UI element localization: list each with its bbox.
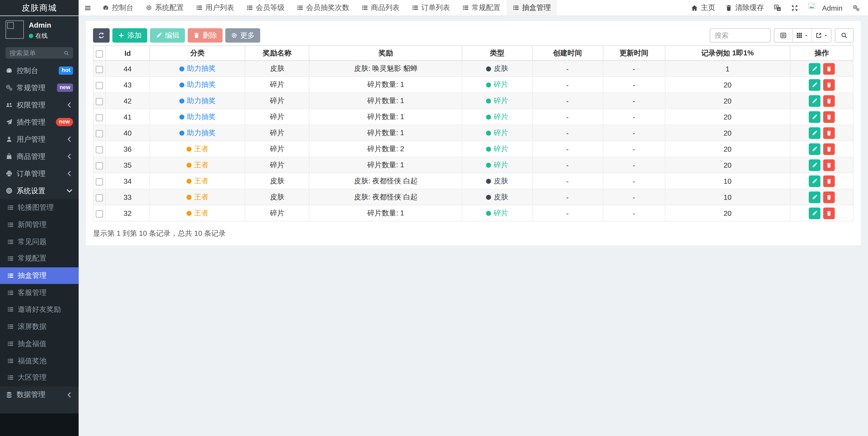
- row-edit-button[interactable]: [809, 111, 820, 123]
- cell-category[interactable]: 王者: [150, 141, 245, 157]
- topbar-tab-8[interactable]: 抽盒管理: [506, 0, 557, 15]
- row-edit-button[interactable]: [809, 159, 820, 170]
- edit-button[interactable]: 编辑: [150, 28, 185, 43]
- sidebar-item-3[interactable]: 插件管理new: [0, 114, 79, 131]
- row-checkbox[interactable]: [96, 194, 103, 201]
- row-delete-button[interactable]: [823, 95, 835, 106]
- sidebar-subitem-7-10[interactable]: 大区管理: [0, 369, 79, 386]
- sidebar-toggle-button[interactable]: [79, 0, 96, 15]
- row-edit-button[interactable]: [809, 63, 820, 74]
- topbar-tab-1[interactable]: 系统配置: [140, 0, 190, 15]
- topbar-right: 主页清除缓存Admin: [686, 0, 868, 15]
- row-delete-button[interactable]: [823, 191, 835, 203]
- select-all-checkbox[interactable]: [96, 50, 103, 57]
- sidebar-item-5[interactable]: 商品管理: [0, 148, 79, 165]
- sidebar-subitem-7-7[interactable]: 滚屏数据: [0, 318, 79, 335]
- cell-category[interactable]: 助力抽奖: [150, 76, 245, 93]
- sidebar-subitem-7-8[interactable]: 抽盒福值: [0, 335, 79, 352]
- cell-category[interactable]: 助力抽奖: [150, 93, 245, 109]
- row-edit-button[interactable]: [809, 207, 820, 219]
- row-delete-button[interactable]: [823, 207, 835, 219]
- topbar-tab-4[interactable]: 会员抽奖次数: [291, 0, 355, 15]
- row-checkbox[interactable]: [96, 146, 103, 153]
- detail-view-button[interactable]: [774, 29, 793, 42]
- sidebar-subitem-7-3[interactable]: 常规配置: [0, 250, 79, 267]
- app-logo[interactable]: 皮肤商城: [0, 0, 79, 15]
- sidebar-item-7[interactable]: 系统设置: [0, 182, 79, 199]
- row-delete-button[interactable]: [823, 79, 835, 90]
- table-row: 36王者碎片碎片数量: 2碎片--20: [93, 141, 853, 157]
- row-checkbox[interactable]: [96, 66, 103, 73]
- sidebar-subitem-7-1[interactable]: 新闻管理: [0, 216, 79, 233]
- sidebar-subitem-7-0[interactable]: 轮播图管理: [0, 199, 79, 216]
- row-delete-button[interactable]: [823, 159, 835, 170]
- cell-category[interactable]: 王者: [150, 189, 245, 205]
- sidebar-item-6[interactable]: 订单管理: [0, 165, 79, 182]
- chevron-left-icon: [66, 153, 73, 160]
- topbar-tab-3[interactable]: 会员等级: [240, 0, 291, 15]
- search-button[interactable]: [835, 28, 854, 43]
- topbar-settings[interactable]: [847, 0, 865, 15]
- row-edit-button[interactable]: [809, 191, 820, 203]
- sidebar-item-label: 控制台: [17, 66, 55, 75]
- more-button[interactable]: 更多: [225, 28, 260, 43]
- row-delete-button[interactable]: [823, 111, 835, 123]
- topbar-clear-cache[interactable]: 清除缓存: [720, 0, 769, 15]
- cell-reward: 碎片数量: 1: [309, 109, 462, 125]
- topbar-tab-6[interactable]: 订单列表: [406, 0, 456, 15]
- row-checkbox[interactable]: [96, 178, 103, 185]
- topbar-tab-2[interactable]: 用户列表: [190, 0, 240, 15]
- sidebar-subitem-7-6[interactable]: 邀请好友奖励: [0, 301, 79, 318]
- row-delete-button[interactable]: [823, 127, 835, 138]
- delete-button[interactable]: 删除: [188, 28, 222, 43]
- topbar-tab-5[interactable]: 商品列表: [355, 0, 406, 15]
- refresh-button[interactable]: [93, 28, 110, 43]
- row-checkbox[interactable]: [96, 210, 103, 217]
- cell-type: 碎片: [462, 141, 532, 157]
- row-checkbox[interactable]: [96, 162, 103, 169]
- row-checkbox[interactable]: [96, 130, 103, 137]
- column-header: 记录例如 1即1%: [665, 46, 790, 61]
- sidebar-subitem-label: 滚屏数据: [18, 322, 46, 332]
- menu-search-input[interactable]: [9, 49, 64, 57]
- sidebar-item-8[interactable]: 数据管理: [0, 386, 79, 403]
- sidebar-item-2[interactable]: 权限管理: [0, 96, 79, 114]
- row-delete-button[interactable]: [823, 63, 835, 74]
- row-edit-button[interactable]: [809, 95, 820, 106]
- row-delete-button[interactable]: [823, 175, 835, 187]
- topbar-fullscreen[interactable]: [786, 0, 803, 15]
- row-edit-button[interactable]: [809, 175, 820, 187]
- sidebar-subitem-7-9[interactable]: 福值奖池: [0, 352, 79, 369]
- cell-category[interactable]: 助力抽奖: [150, 109, 245, 125]
- export-button[interactable]: [812, 29, 831, 42]
- topbar-user[interactable]: Admin: [803, 0, 848, 15]
- sidebar-subitem-7-4[interactable]: 抽盒管理: [0, 267, 79, 284]
- row-checkbox[interactable]: [96, 98, 103, 105]
- topbar-tab-7[interactable]: 常规配置: [456, 0, 506, 15]
- sidebar-subitem-7-2[interactable]: 常见问题: [0, 233, 79, 250]
- columns-button[interactable]: [793, 29, 812, 42]
- cell-category[interactable]: 王者: [150, 205, 245, 221]
- cell-created: -: [532, 157, 603, 173]
- row-edit-button[interactable]: [809, 79, 820, 90]
- sidebar-item-1[interactable]: 常规管理new: [0, 79, 79, 96]
- cell-category[interactable]: 助力抽奖: [150, 125, 245, 141]
- row-checkbox[interactable]: [96, 82, 103, 89]
- cell-category[interactable]: 王者: [150, 157, 245, 173]
- row-edit-button[interactable]: [809, 127, 820, 138]
- cell-actions: [790, 205, 854, 221]
- row-edit-button[interactable]: [809, 143, 820, 155]
- trash-icon: [826, 82, 832, 88]
- topbar-language[interactable]: [769, 0, 786, 15]
- topbar-home[interactable]: 主页: [686, 0, 720, 15]
- sidebar-item-0[interactable]: 控制台hot: [0, 62, 79, 79]
- sidebar-item-4[interactable]: 用户管理: [0, 131, 79, 148]
- sidebar-subitem-7-5[interactable]: 客服管理: [0, 284, 79, 301]
- row-checkbox[interactable]: [96, 114, 103, 121]
- table-search-input[interactable]: [710, 28, 771, 43]
- cell-category[interactable]: 王者: [150, 173, 245, 189]
- row-delete-button[interactable]: [823, 143, 835, 155]
- add-button[interactable]: 添加: [112, 28, 147, 43]
- cell-category[interactable]: 助力抽奖: [150, 61, 245, 76]
- topbar-tab-0[interactable]: 控制台: [96, 0, 140, 15]
